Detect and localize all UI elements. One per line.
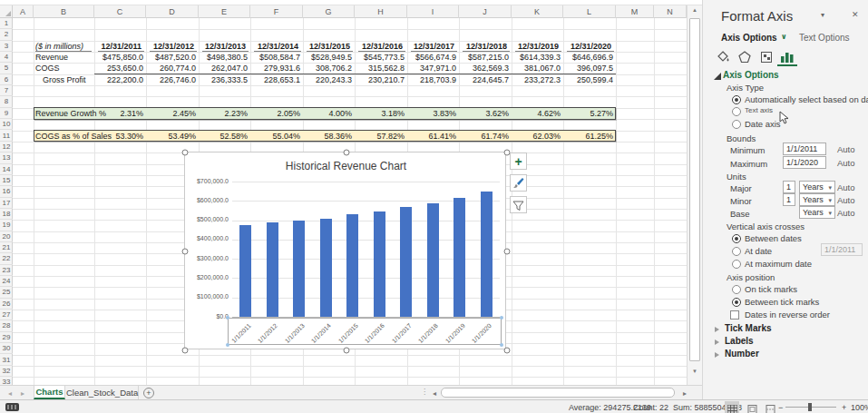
new-sheet-button[interactable]: + [143, 388, 154, 398]
section-tick-marks[interactable]: Tick Marks [725, 323, 772, 333]
column-header-I[interactable]: I [407, 5, 459, 18]
section-axis-options[interactable]: Axis Options [723, 70, 779, 80]
scroll-down-icon[interactable]: ▼ [688, 369, 702, 374]
section-number[interactable]: Number [725, 349, 759, 359]
radio-on-tick-marks[interactable] [732, 285, 741, 294]
row-header-13[interactable]: 13 [0, 152, 13, 163]
radio-date-axis[interactable] [732, 120, 741, 129]
effects-icon[interactable] [737, 50, 752, 64]
row-header-19[interactable]: 19 [0, 220, 13, 231]
cell-value[interactable]: $508,584.7 [250, 52, 303, 63]
select-all-corner[interactable] [0, 5, 13, 18]
row-header-31[interactable]: 31 [0, 355, 13, 366]
column-header-G[interactable]: G [303, 5, 355, 18]
radio-at-maximum-date-label[interactable]: At maximum date [745, 259, 812, 269]
column-header-D[interactable]: D [146, 5, 199, 18]
cell-ratio-value[interactable]: 2.45% [146, 108, 199, 119]
cell-ratio-value[interactable]: 61.25% [563, 131, 616, 142]
base-unit-dropdown[interactable]: Years ▾ [799, 206, 835, 219]
cell-ratio-value[interactable]: 2.23% [199, 108, 250, 119]
row-header-8[interactable]: 8 [0, 96, 13, 107]
vertical-scrollbar[interactable]: ▲ ▼ [687, 5, 702, 385]
row-header-14[interactable]: 14 [0, 164, 13, 175]
cell-line-item-label[interactable]: Gross Profit [43, 74, 102, 85]
column-header-K[interactable]: K [512, 5, 563, 18]
row-header-20[interactable]: 20 [0, 231, 13, 242]
cell-ratio-value[interactable]: 3.18% [355, 108, 407, 119]
cell-ratio-value[interactable]: 62.03% [512, 131, 563, 142]
chart-bar[interactable] [454, 198, 465, 317]
row-header-5[interactable]: 5 [0, 63, 13, 74]
major-value-input[interactable]: 1 [783, 181, 795, 193]
tab-text-options[interactable]: Text Options [799, 33, 850, 43]
cell-value[interactable]: 220,243.3 [303, 74, 355, 85]
cell-ratio-value[interactable]: 2.31% [94, 108, 146, 119]
cell-ratio-value[interactable]: 5.27% [563, 108, 616, 119]
radio-between-dates[interactable] [732, 234, 741, 243]
row-header-26[interactable]: 26 [0, 299, 13, 310]
at-date-input[interactable]: 1/1/2011 [821, 243, 863, 256]
column-header-L[interactable]: L [563, 5, 616, 18]
radio-on-tick-marks-label[interactable]: On tick marks [745, 284, 797, 294]
cell-unit-note[interactable]: ($ in millions) [35, 41, 92, 52]
hscroll-right-icon[interactable]: ▸ [680, 389, 689, 398]
close-icon[interactable]: ✕ [852, 10, 859, 19]
chart-styles-button[interactable] [510, 174, 527, 192]
cell-value[interactable]: $545,773.5 [355, 52, 407, 63]
cell-value[interactable]: 230,210.7 [355, 74, 407, 85]
radio-automatic-label[interactable]: Automatically select based on data [745, 94, 868, 104]
checkbox-dates-reverse[interactable] [730, 310, 739, 320]
row-header-12[interactable]: 12 [0, 142, 13, 152]
cell-value[interactable]: 233,272.3 [512, 74, 563, 85]
row-header-9[interactable]: 9 [0, 108, 13, 119]
cell-line-item-label[interactable]: Revenue [35, 52, 94, 63]
tab-splitter-grip[interactable]: ⋮ [421, 388, 428, 396]
radio-between-tick-marks-label[interactable]: Between tick marks [745, 297, 819, 307]
chart-selection-handle[interactable] [182, 150, 189, 156]
row-header-4[interactable]: 4 [0, 52, 13, 63]
cell-value[interactable]: 228,653.1 [250, 74, 303, 85]
row-header-30[interactable]: 30 [0, 343, 13, 354]
column-header-C[interactable]: C [94, 5, 146, 18]
chart-filters-button[interactable] [510, 196, 527, 213]
cell-value[interactable]: $587,215.0 [459, 52, 512, 63]
cell-value[interactable]: 222,200.0 [94, 74, 146, 85]
row-header-25[interactable]: 25 [0, 287, 13, 298]
cell-date-header[interactable]: 12/31/2014 [254, 41, 301, 52]
chart-selection-handle[interactable] [504, 348, 511, 354]
maximum-auto-button[interactable]: Auto [837, 158, 855, 168]
chart-bar[interactable] [293, 221, 305, 317]
radio-automatic[interactable] [732, 95, 741, 104]
cell-value[interactable]: $566,674.9 [407, 52, 459, 63]
zoom-in-button[interactable]: + [842, 401, 846, 413]
major-auto-button[interactable]: Auto [837, 182, 855, 192]
radio-between-tick-marks[interactable] [732, 298, 741, 307]
cell-date-header[interactable]: 12/31/2013 [202, 41, 249, 52]
checkbox-dates-reverse-label[interactable]: Dates in reverse order [745, 310, 830, 320]
vertical-scroll-thumb[interactable] [689, 18, 700, 361]
chart-bar[interactable] [427, 203, 439, 317]
tab-axis-options[interactable]: Axis Options [721, 33, 777, 43]
row-header-28[interactable]: 28 [0, 320, 13, 331]
chart-selection-handle[interactable] [343, 150, 349, 156]
row-header-15[interactable]: 15 [0, 175, 13, 186]
cell-ratio-value[interactable]: 52.58% [199, 131, 250, 142]
column-header-E[interactable]: E [199, 5, 250, 18]
horizontal-scroll-thumb[interactable] [441, 388, 675, 398]
cell-ratio-value[interactable]: 4.00% [303, 108, 355, 119]
minor-value-input[interactable]: 1 [783, 193, 795, 206]
chart-selection-handle[interactable] [504, 249, 511, 255]
row-header-22[interactable]: 22 [0, 253, 13, 264]
radio-between-dates-label[interactable]: Between dates [745, 233, 802, 243]
chart-bar[interactable] [346, 214, 358, 317]
column-header-F[interactable]: F [250, 5, 303, 18]
row-header-29[interactable]: 29 [0, 332, 13, 343]
chart-bar[interactable] [481, 192, 493, 317]
revenue-chart[interactable]: Historical Revenue Chart$0.0$100,000.0$2… [184, 152, 506, 349]
cell-ratio-value[interactable]: 53.30% [94, 131, 146, 142]
column-header-J[interactable]: J [459, 5, 512, 18]
row-header-11[interactable]: 11 [0, 131, 13, 142]
cell-value[interactable]: 218,703.9 [407, 74, 459, 85]
cell-value[interactable]: $487,520.0 [146, 52, 199, 63]
cell-date-header[interactable]: 12/31/2011 [98, 41, 144, 52]
